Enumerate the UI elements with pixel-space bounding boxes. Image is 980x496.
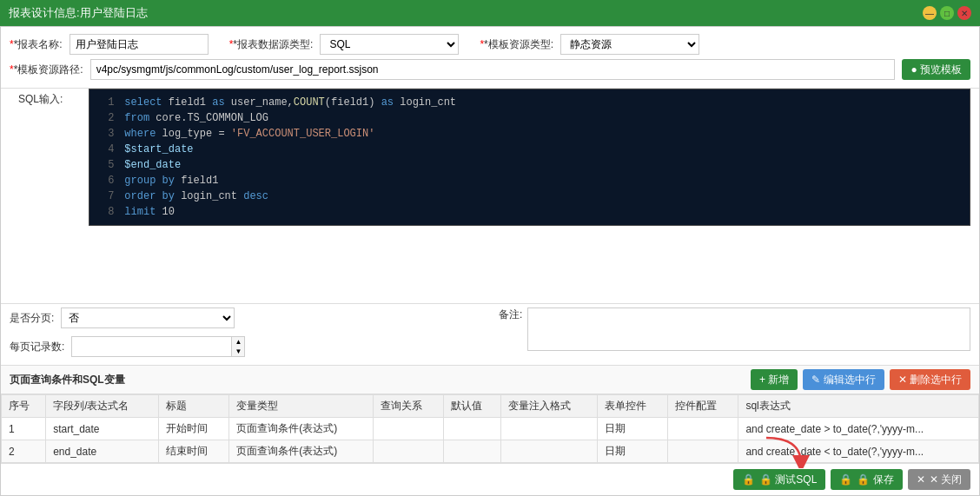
col-title: 标题: [159, 395, 229, 418]
data-source-type-label: *报表数据源类型:: [229, 37, 314, 52]
data-source-type-select[interactable]: SQL: [320, 34, 459, 55]
table-row[interactable]: 1 start_date 开始时间 页面查询条件(表达式) 日期 and cre…: [2, 418, 979, 440]
save-button[interactable]: 🔒 🔒 保存: [831, 469, 902, 490]
spinner-buttons: ▲ ▼: [231, 337, 244, 356]
minimize-button[interactable]: —: [923, 6, 937, 20]
sql-line: 3 where log_type = 'FV_ACCOUNT_USER_LOGI…: [89, 126, 970, 142]
test-sql-button[interactable]: 🔒 🔒 测试SQL: [733, 469, 825, 490]
sql-line: 1 select field1 as user_name,COUNT(field…: [89, 95, 970, 110]
preview-template-button[interactable]: ● 预览模板: [902, 59, 970, 80]
template-source-type-select[interactable]: 静态资源: [560, 34, 699, 55]
sql-input-label: SQL输入:: [10, 89, 71, 107]
add-row-button[interactable]: + 新增: [751, 369, 798, 390]
sql-line: 8 limit 10: [89, 204, 970, 220]
form-row-1: *报表名称: *报表数据源类型: SQL *模板资源类型: 静态资源: [10, 34, 970, 55]
cell-inject-format: [501, 440, 598, 463]
cell-field: end_date: [46, 440, 159, 463]
records-input-wrapper: ▲ ▼: [71, 336, 245, 357]
sql-line: 4 $start_date: [89, 142, 970, 157]
close-icon: ✕: [917, 473, 925, 486]
cell-control-config: [668, 440, 738, 463]
cell-form-control: 日期: [598, 440, 668, 463]
is-paging-label: 是否分页:: [10, 311, 54, 326]
table-title: 页面查询条件和SQL变量: [10, 373, 125, 387]
remark-label: 备注:: [499, 308, 522, 351]
cell-no: 2: [2, 440, 46, 463]
col-control-config: 控件配置: [668, 395, 738, 418]
table-header: 序号 字段列/表达式名 标题 变量类型 查询关系 默认值 变量注入格式 表单控件…: [2, 395, 979, 418]
sql-line: 5 $end_date: [89, 157, 970, 173]
sql-line: 2 from core.TS_COMMON_LOG: [89, 110, 970, 126]
col-var-type: 变量类型: [229, 395, 374, 418]
delete-row-button[interactable]: ✕ 删除选中行: [890, 369, 970, 390]
cell-sql-expr: and create_date < to_date(?,'yyyy-m...: [738, 440, 979, 463]
cell-form-control: 日期: [598, 418, 668, 440]
cell-no: 1: [2, 418, 46, 440]
table-section: 页面查询条件和SQL变量 + 新增 ✎ 编辑选中行 ✕ 删除选中行 序号 字段列…: [1, 365, 979, 463]
records-row: 每页记录数: ▲ ▼: [10, 336, 481, 357]
col-query-rel: 查询关系: [374, 395, 444, 418]
cell-title: 结束时间: [159, 440, 229, 463]
cell-sql-expr: and create_date > to_date(?,'yyyy-m...: [738, 418, 979, 440]
records-label: 每页记录数:: [10, 340, 64, 354]
bottom-form: 是否分页: 否 是 每页记录数: ▲ ▼: [1, 303, 979, 365]
cell-var-type: 页面查询条件(表达式): [229, 440, 374, 463]
form-section: *报表名称: *报表数据源类型: SQL *模板资源类型: 静态资源 *模板资源…: [1, 27, 979, 89]
sql-editor[interactable]: 1 select field1 as user_name,COUNT(field…: [89, 89, 970, 225]
main-container: *报表名称: *报表数据源类型: SQL *模板资源类型: 静态资源 *模板资源…: [0, 26, 980, 496]
window-controls: — □ ✕: [923, 6, 971, 20]
remark-textarea[interactable]: [527, 308, 970, 351]
col-no: 序号: [2, 395, 46, 418]
maximize-button[interactable]: □: [940, 6, 954, 20]
table-actions: + 新增 ✎ 编辑选中行 ✕ 删除选中行: [751, 369, 970, 390]
edit-row-button[interactable]: ✎ 编辑选中行: [803, 369, 884, 390]
form-row-2: *模板资源路径: ● 预览模板: [10, 59, 970, 80]
save-lock-icon: 🔒: [839, 473, 852, 486]
sql-line: 6 group by field1: [89, 173, 970, 188]
close-window-button[interactable]: ✕: [957, 6, 971, 20]
cell-query-rel: [374, 418, 444, 440]
cell-default-val: [444, 418, 501, 440]
report-name-label: *报表名称:: [10, 37, 63, 52]
is-paging-select-wrapper: 否 是: [61, 308, 235, 328]
is-paging-select[interactable]: 否 是: [62, 308, 234, 327]
footer-actions: 🔒 🔒 测试SQL 🔒 🔒 保存 ✕ ✕ 关闭: [1, 463, 979, 495]
sql-editor-wrapper: 1 select field1 as user_name,COUNT(field…: [89, 89, 970, 226]
table-header-row: 页面查询条件和SQL变量 + 新增 ✎ 编辑选中行 ✕ 删除选中行: [1, 366, 979, 394]
col-default-val: 默认值: [444, 395, 501, 418]
records-input[interactable]: [72, 337, 231, 356]
sql-section: SQL输入: 1 select field1 as user_name,COUN…: [1, 89, 979, 303]
spinner-up-button[interactable]: ▲: [231, 337, 244, 347]
paging-row: 是否分页: 否 是: [10, 308, 481, 328]
window-title: 报表设计信息:用户登陆日志: [9, 5, 148, 21]
table-row[interactable]: 2 end_date 结束时间 页面查询条件(表达式) 日期 and creat…: [2, 440, 979, 463]
close-button[interactable]: ✕ ✕ 关闭: [908, 469, 970, 490]
bottom-left: 是否分页: 否 是 每页记录数: ▲ ▼: [10, 308, 481, 361]
template-source-type-label: *模板资源类型:: [480, 37, 553, 52]
cell-field: start_date: [46, 418, 159, 440]
title-bar: 报表设计信息:用户登陆日志 — □ ✕: [0, 0, 980, 26]
col-field: 字段列/表达式名: [46, 395, 159, 418]
sql-line: 7 order by login_cnt desc: [89, 188, 970, 204]
bottom-right: 备注:: [499, 308, 970, 351]
cell-inject-format: [501, 418, 598, 440]
table-wrapper: 序号 字段列/表达式名 标题 变量类型 查询关系 默认值 变量注入格式 表单控件…: [1, 394, 979, 463]
data-table: 序号 字段列/表达式名 标题 变量类型 查询关系 默认值 变量注入格式 表单控件…: [1, 394, 979, 463]
cell-title: 开始时间: [159, 418, 229, 440]
col-sql-expr: sql表达式: [738, 395, 979, 418]
template-path-label: *模板资源路径:: [10, 63, 83, 77]
cell-default-val: [444, 440, 501, 463]
spinner-down-button[interactable]: ▼: [231, 347, 244, 356]
col-form-control: 表单控件: [598, 395, 668, 418]
report-name-input[interactable]: [70, 34, 209, 55]
cell-query-rel: [374, 440, 444, 463]
cell-var-type: 页面查询条件(表达式): [229, 418, 374, 440]
lock-icon: 🔒: [742, 473, 755, 486]
template-path-input[interactable]: [90, 59, 896, 80]
col-inject-format: 变量注入格式: [501, 395, 598, 418]
cell-control-config: [668, 418, 738, 440]
